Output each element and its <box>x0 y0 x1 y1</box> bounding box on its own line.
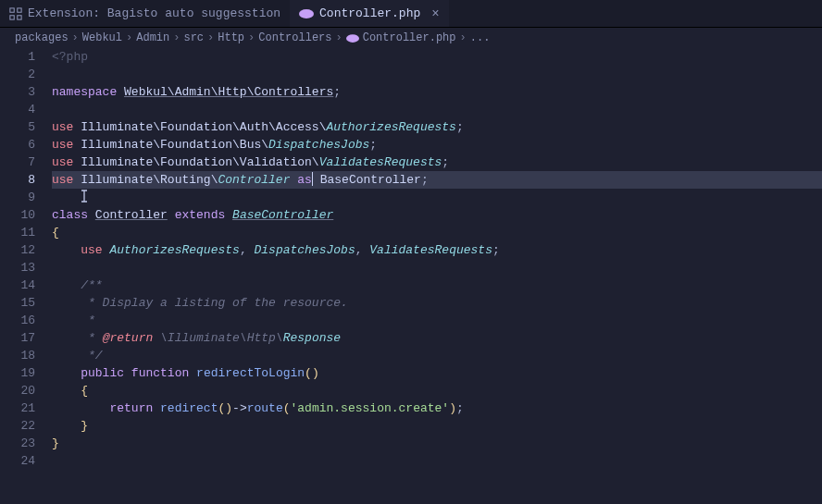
svg-rect-2 <box>10 15 14 18</box>
line-number: 24 <box>0 452 35 470</box>
breadcrumb-segment[interactable]: Http <box>218 31 244 44</box>
line-number: 4 <box>0 101 35 118</box>
code-line: use AuthorizesRequests, DispatchesJobs, … <box>52 241 822 259</box>
code-line: <?php <box>52 48 822 66</box>
svg-point-5 <box>346 34 359 43</box>
line-number: 2 <box>0 66 35 83</box>
code-line <box>52 101 822 118</box>
svg-point-4 <box>299 9 314 18</box>
grid-icon <box>9 7 22 20</box>
line-number: 5 <box>0 118 35 136</box>
code-line: * <box>52 312 822 329</box>
line-number: 1 <box>0 48 35 66</box>
close-icon[interactable]: × <box>431 6 439 21</box>
chevron-right-icon: › <box>126 31 132 44</box>
breadcrumb-segment[interactable]: Controllers <box>258 31 331 44</box>
code-line: return redirect()->route('admin.session.… <box>52 400 822 417</box>
code-line: public function redirectToLogin() <box>52 364 822 382</box>
line-number: 15 <box>0 294 35 312</box>
code-line: use Illuminate\Foundation\Bus\Dispatches… <box>52 136 822 154</box>
breadcrumb: packages › Webkul › Admin › src › Http ›… <box>0 28 822 48</box>
tab-controller[interactable]: Controller.php × <box>290 0 449 27</box>
line-number: 17 <box>0 329 35 347</box>
line-number: 14 <box>0 277 35 294</box>
text-cursor <box>312 172 313 186</box>
code-line: * @return \Illuminate\Http\Response <box>52 329 822 347</box>
line-number: 18 <box>0 347 35 364</box>
svg-rect-3 <box>18 15 21 18</box>
chevron-right-icon: › <box>460 31 467 44</box>
breadcrumb-segment[interactable]: src <box>183 31 204 44</box>
svg-rect-0 <box>10 7 14 11</box>
line-number: 21 <box>0 400 35 417</box>
breadcrumb-segment[interactable]: packages <box>15 31 68 44</box>
line-number: 12 <box>0 241 35 259</box>
code-line <box>52 452 822 470</box>
code-line: use Illuminate\Foundation\Validation\Val… <box>52 154 822 171</box>
code-line: /** <box>52 277 822 294</box>
code-area[interactable]: <?php namespace Webkul\Admin\Http\Contro… <box>52 48 822 470</box>
chevron-right-icon: › <box>207 31 214 44</box>
line-number: 13 <box>0 259 35 277</box>
line-number: 22 <box>0 417 35 435</box>
php-icon <box>299 9 314 18</box>
code-line: { <box>52 382 822 400</box>
code-line: } <box>52 435 822 452</box>
line-number: 11 <box>0 224 35 241</box>
line-number: 23 <box>0 435 35 452</box>
code-line <box>52 189 822 206</box>
code-line: class Controller extends BaseController <box>52 206 822 224</box>
chevron-right-icon: › <box>173 31 180 44</box>
line-number: 10 <box>0 206 35 224</box>
line-number: 7 <box>0 154 35 171</box>
line-number: 16 <box>0 312 35 329</box>
tab-bar: Extension: Bagisto auto suggesstion Cont… <box>0 0 822 28</box>
chevron-right-icon: › <box>336 31 342 44</box>
code-line: } <box>52 417 822 435</box>
tab-label: Controller.php <box>319 6 420 20</box>
breadcrumb-segment[interactable]: Admin <box>136 31 169 44</box>
code-line: * Display a listing of the resource. <box>52 294 822 312</box>
code-line: use Illuminate\Routing\Controller as Bas… <box>52 171 822 189</box>
breadcrumb-segment[interactable]: Webkul <box>82 31 122 44</box>
line-number: 6 <box>0 136 35 154</box>
code-line: */ <box>52 347 822 364</box>
line-number: 3 <box>0 83 35 101</box>
line-number: 8 <box>0 171 35 189</box>
chevron-right-icon: › <box>72 31 79 44</box>
breadcrumb-trailing: ... <box>470 31 491 44</box>
code-line: namespace Webkul\Admin\Http\Controllers; <box>52 83 822 101</box>
code-line <box>52 259 822 277</box>
tab-label: Extension: Bagisto auto suggesstion <box>28 6 280 20</box>
tab-extension[interactable]: Extension: Bagisto auto suggesstion <box>0 0 290 27</box>
svg-rect-1 <box>18 7 21 11</box>
code-line <box>52 66 822 83</box>
code-line: use Illuminate\Foundation\Auth\Access\Au… <box>52 118 822 136</box>
chevron-right-icon: › <box>248 31 255 44</box>
line-number: 20 <box>0 382 35 400</box>
code-line: { <box>52 224 822 241</box>
line-gutter: 1 2 3 4 5 6 7 8 9 10 11 12 13 14 15 16 1… <box>0 48 52 470</box>
ibeam-cursor-icon <box>81 190 88 208</box>
line-number: 9 <box>0 189 35 206</box>
editor[interactable]: 1 2 3 4 5 6 7 8 9 10 11 12 13 14 15 16 1… <box>0 48 822 470</box>
php-icon <box>346 34 359 43</box>
breadcrumb-file[interactable]: Controller.php <box>346 31 456 44</box>
line-number: 19 <box>0 364 35 382</box>
